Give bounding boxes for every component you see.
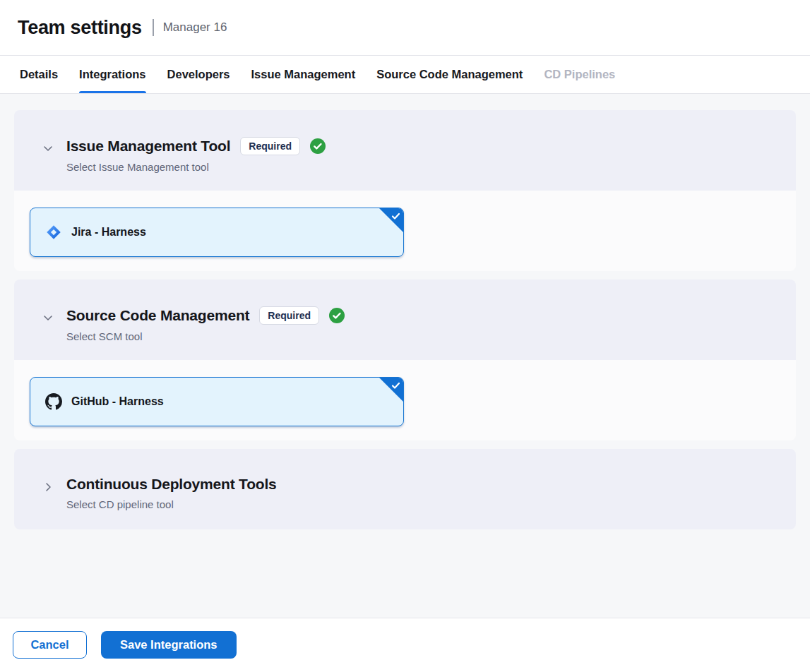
section-source-code-management-header[interactable]: Source Code Management Required Select S… bbox=[14, 280, 796, 360]
tool-card-jira[interactable]: Jira - Harness bbox=[30, 208, 404, 257]
tab-details[interactable]: Details bbox=[20, 56, 58, 93]
tab-issue-management[interactable]: Issue Management bbox=[251, 56, 356, 93]
section-title: Continuous Deployment Tools bbox=[66, 476, 277, 493]
section-title: Issue Management Tool bbox=[66, 138, 230, 155]
tab-label: Issue Management bbox=[251, 68, 356, 81]
jira-icon bbox=[45, 224, 62, 241]
page-title: Team settings bbox=[18, 17, 142, 39]
chevron-right-icon[interactable] bbox=[41, 480, 55, 494]
section-source-code-management: Source Code Management Required Select S… bbox=[14, 280, 796, 440]
tab-cd-pipelines: CD Pipelines bbox=[544, 56, 615, 93]
chevron-down-icon[interactable] bbox=[41, 311, 55, 325]
corner-check-icon bbox=[391, 211, 401, 222]
section-issue-management: Issue Management Tool Required Select Is… bbox=[14, 110, 796, 271]
page-subtitle: Manager 16 bbox=[163, 20, 227, 35]
tab-label: CD Pipelines bbox=[544, 68, 615, 81]
chevron-down-icon[interactable] bbox=[41, 141, 55, 155]
section-issue-management-body: Jira - Harness bbox=[14, 191, 796, 271]
section-subtitle: Select Issue Management tool bbox=[66, 161, 779, 173]
section-continuous-deployment-header[interactable]: Continuous Deployment Tools Select CD pi… bbox=[14, 449, 796, 529]
section-continuous-deployment: Continuous Deployment Tools Select CD pi… bbox=[14, 449, 796, 529]
section-issue-management-header[interactable]: Issue Management Tool Required Select Is… bbox=[14, 110, 796, 191]
tab-source-code-management[interactable]: Source Code Management bbox=[376, 56, 523, 93]
required-badge: Required bbox=[259, 306, 319, 325]
footer-action-bar: Cancel Save Integrations bbox=[0, 618, 810, 671]
tab-label: Source Code Management bbox=[376, 68, 523, 81]
active-tab-indicator bbox=[79, 91, 145, 93]
section-subtitle: Select CD pipeline tool bbox=[66, 498, 779, 510]
save-integrations-button[interactable]: Save Integrations bbox=[101, 631, 237, 659]
check-circle-icon bbox=[310, 138, 326, 154]
tool-card-github[interactable]: GitHub - Harness bbox=[30, 377, 404, 426]
section-title: Source Code Management bbox=[66, 307, 249, 324]
github-icon bbox=[45, 393, 62, 410]
corner-check-icon bbox=[391, 380, 401, 391]
title-separator bbox=[153, 19, 154, 36]
cancel-button[interactable]: Cancel bbox=[13, 631, 87, 659]
page-header: Team settings Manager 16 bbox=[0, 0, 810, 55]
tool-name: GitHub - Harness bbox=[71, 395, 164, 408]
tab-label: Integrations bbox=[79, 68, 145, 81]
tab-bar: Details Integrations Developers Issue Ma… bbox=[0, 55, 810, 94]
required-badge: Required bbox=[240, 137, 300, 155]
section-source-code-management-body: GitHub - Harness bbox=[14, 360, 796, 440]
tool-name: Jira - Harness bbox=[71, 226, 146, 239]
tab-label: Details bbox=[20, 68, 58, 81]
tab-label: Developers bbox=[167, 68, 230, 81]
check-circle-icon bbox=[329, 308, 345, 323]
integrations-panel: Issue Management Tool Required Select Is… bbox=[0, 94, 810, 618]
tab-developers[interactable]: Developers bbox=[167, 56, 230, 93]
tab-integrations[interactable]: Integrations bbox=[79, 56, 145, 93]
section-subtitle: Select SCM tool bbox=[66, 330, 779, 342]
